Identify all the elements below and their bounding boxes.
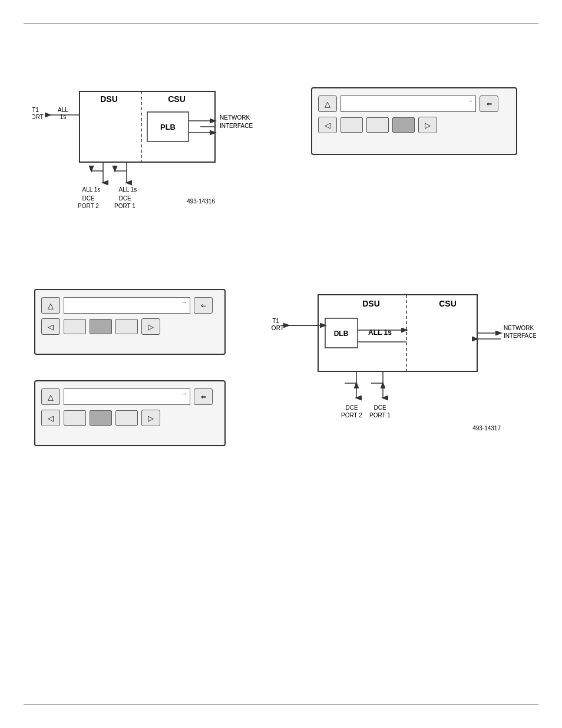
panel2-display: → [64, 388, 190, 405]
panel-top-row: △ → ⇐ [318, 95, 510, 112]
fig-num-1: 493-14316 [187, 198, 215, 205]
csu-label: CSU [168, 94, 186, 104]
panel1-right-btn[interactable]: ▷ [141, 318, 160, 335]
dce1-port-label: PORT 1 [114, 203, 135, 209]
panel-f1-btn[interactable] [340, 117, 363, 133]
panel1-f1-btn[interactable] [64, 319, 86, 334]
panel-right-btn[interactable]: ▷ [418, 117, 437, 133]
panel-f3-btn[interactable] [392, 117, 415, 133]
panel2-up-btn[interactable]: △ [41, 388, 60, 405]
dsu-label: DSU [100, 94, 118, 104]
panel-left-btn[interactable]: ◁ [318, 117, 337, 133]
network2-label-top: NETWORK [504, 325, 534, 331]
t1-port2-label: T1 [272, 318, 279, 324]
panel2-left-btn[interactable]: ◁ [41, 410, 60, 426]
panel2-enter-btn[interactable]: ⇐ [194, 388, 213, 405]
network2-label-bot: INTERFACE [504, 332, 536, 339]
mid-left-panel1: △ → ⇐ ◁ ▷ [34, 289, 226, 355]
all1s-dce2: ALL 1s [82, 186, 101, 193]
panel2-f3-btn[interactable] [115, 410, 138, 426]
panel-arrow: → [467, 97, 473, 104]
panel-bottom-row: ◁ ▷ [318, 117, 510, 133]
panel-enter-btn[interactable]: ⇐ [480, 95, 498, 112]
bottom-rule [24, 704, 538, 704]
dce2-port-label: PORT 2 [78, 203, 99, 209]
top-right-panel: △ → ⇐ ◁ ▷ [311, 87, 517, 155]
all1s-dce1: ALL 1s [119, 186, 137, 193]
panel2-f2-btn[interactable] [90, 410, 112, 426]
panel1-bottom-row: ◁ ▷ [41, 318, 219, 335]
panel1-up-btn[interactable]: △ [41, 297, 60, 314]
diagram1: DSU CSU PLB T1 PORT ALL 1s NETWORK INTER… [32, 80, 280, 218]
dsu2-label: DSU [362, 299, 380, 308]
dce1-label: DCE [118, 195, 131, 202]
dce2-label: DCE [82, 195, 94, 202]
panel2-right-btn[interactable]: ▷ [141, 410, 160, 426]
panel2-bottom-row: ◁ ▷ [41, 410, 219, 426]
all1s2-label: ALL 1s [368, 328, 392, 337]
panel2-f1-btn[interactable] [64, 410, 86, 426]
panel1-display: → [64, 297, 190, 314]
panel1-top-row: △ → ⇐ [41, 297, 219, 314]
panel2-arrow: → [181, 390, 187, 397]
dce1-2-port-label: PORT 1 [369, 412, 391, 419]
top-rule [24, 24, 538, 24]
panel1-left-btn[interactable]: ◁ [41, 318, 60, 335]
network-label-top: NETWORK [220, 114, 250, 121]
network-label-bot: INTERFACE [220, 123, 253, 129]
plb-label: PLB [160, 123, 176, 131]
panel1-enter-btn[interactable]: ⇐ [194, 297, 213, 314]
panel2-top-row: △ → ⇐ [41, 388, 219, 405]
t1-port-label2: PORT [32, 114, 44, 120]
csu2-label: CSU [439, 299, 457, 308]
dce1-2-label: DCE [373, 404, 386, 411]
panel-display: → [340, 95, 476, 112]
panel1-arrow: → [181, 299, 187, 305]
mid-left-panel2: △ → ⇐ ◁ ▷ [34, 380, 226, 446]
fig-num-2: 493-14317 [472, 425, 501, 431]
panel1-f2-btn[interactable] [90, 319, 112, 334]
dlb-label: DLB [334, 330, 349, 338]
dce2-2-port-label: PORT 2 [341, 412, 362, 419]
diagram1-svg: DSU CSU PLB T1 PORT ALL 1s NETWORK INTER… [32, 80, 280, 215]
panel1-f3-btn[interactable] [115, 319, 138, 334]
panel-f2-btn[interactable] [366, 117, 389, 133]
t1-port2-label2: PORT [271, 325, 284, 331]
t1-port-label: T1 [32, 107, 39, 113]
diagram2-svg: DSU CSU DLB ALL 1s T1 PORT NETWORK INTER… [271, 283, 536, 448]
diagram2: DSU CSU DLB ALL 1s T1 PORT NETWORK INTER… [271, 283, 536, 450]
panel-up-btn[interactable]: △ [318, 95, 337, 112]
all1s-top-label: ALL [58, 107, 68, 113]
dce2-2-label: DCE [345, 404, 358, 411]
all1s-top-label2: 1s [60, 114, 67, 120]
